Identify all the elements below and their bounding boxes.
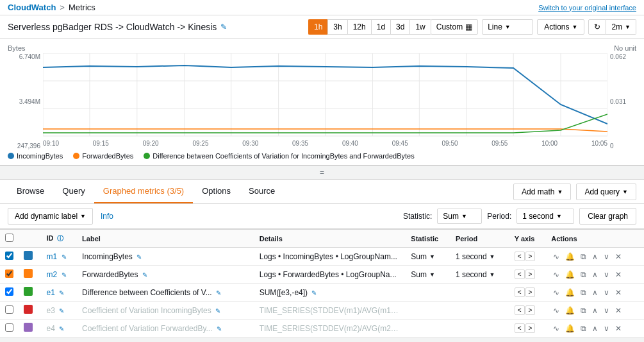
switch-interface-link[interactable]: Switch to your original interface	[538, 4, 636, 12]
row-e4-action-wave[interactable]: ∿	[551, 323, 561, 334]
row-e4-action-delete[interactable]: ✕	[613, 323, 623, 334]
time-btn-1w[interactable]: 1w	[409, 19, 430, 35]
row-e1-action-bell[interactable]: 🔔	[563, 287, 577, 298]
metrics-link[interactable]: Metrics	[69, 3, 95, 12]
period-select[interactable]: 2m ▼	[606, 19, 636, 35]
row-m1-action-up[interactable]: ∧	[590, 252, 600, 262]
th-statistic: Statistic	[406, 230, 450, 248]
add-math-button[interactable]: Add math ▼	[513, 184, 571, 200]
row-m1-action-copy[interactable]: ⧉	[579, 252, 588, 262]
row-m2-action-wave[interactable]: ∿	[551, 269, 561, 280]
row-m2-label-edit[interactable]: ✎	[142, 271, 147, 278]
row-e1-action-wave[interactable]: ∿	[551, 287, 561, 298]
row-e1-action-copy[interactable]: ⧉	[579, 287, 588, 298]
row-e1-action-delete[interactable]: ✕	[613, 287, 623, 298]
title-edit-icon[interactable]: ✎	[220, 22, 227, 31]
row-m2-stat-chevron[interactable]: ▼	[429, 271, 435, 278]
cloudwatch-link[interactable]: CloudWatch	[8, 3, 56, 12]
row-e3-action-wave[interactable]: ∿	[551, 305, 561, 316]
tab-graphed-metrics[interactable]: Graphed metrics (3/5)	[94, 180, 193, 203]
row-m2-yaxis-left[interactable]: <	[515, 269, 525, 279]
row-m2-action-up[interactable]: ∧	[590, 269, 600, 280]
row-e1-details-edit[interactable]: ✎	[311, 289, 317, 296]
row-e1-yaxis-right[interactable]: >	[525, 287, 536, 297]
tab-options[interactable]: Options	[193, 180, 240, 203]
id-info-icon[interactable]: ⓘ	[57, 235, 63, 242]
add-dynamic-label-button[interactable]: Add dynamic label ▼	[8, 208, 93, 225]
row-m1-action-wave[interactable]: ∿	[551, 252, 561, 262]
row-e4-checkbox[interactable]	[5, 323, 13, 332]
chart-axis-labels: Bytes No unit	[8, 44, 636, 52]
select-all-checkbox[interactable]	[5, 234, 13, 242]
add-query-button[interactable]: Add query ▼	[576, 184, 636, 200]
row-m1-id-edit[interactable]: ✎	[62, 253, 67, 261]
row-e4-yaxis-right[interactable]: >	[525, 323, 536, 333]
tabs: Browse Query Graphed metrics (3/5) Optio…	[8, 180, 284, 203]
time-btn-custom[interactable]: Custom ▦	[431, 19, 478, 35]
row-e4-action-up[interactable]: ∧	[590, 323, 600, 334]
actions-button[interactable]: Actions ▼	[537, 19, 584, 35]
row-e3-yaxis-right[interactable]: >	[525, 305, 536, 315]
metrics-table: ID ⓘ Label Details Statistic Period Y ax…	[0, 229, 644, 338]
statistic-select[interactable]: Sum ▼	[437, 209, 482, 224]
row-m1-action-bell[interactable]: 🔔	[563, 252, 577, 262]
row-m2-yaxis-right[interactable]: >	[525, 269, 536, 279]
row-m1-yaxis-left[interactable]: <	[515, 252, 525, 261]
chart-plot-area[interactable]: 09:10 09:15 09:20 09:25 09:30 09:35 09:4…	[43, 53, 607, 150]
period-select-button[interactable]: 1 second ▼	[516, 209, 574, 224]
row-e3-action-copy[interactable]: ⧉	[579, 305, 588, 316]
row-e1-label-edit[interactable]: ✎	[216, 289, 221, 296]
time-btn-3d[interactable]: 3d	[390, 19, 409, 35]
row-m2-id-edit[interactable]: ✎	[62, 271, 67, 278]
row-e1-yaxis-left[interactable]: <	[515, 287, 525, 297]
graph-type-select[interactable]: Line ▼	[482, 19, 533, 35]
row-e1-checkbox[interactable]	[5, 287, 13, 296]
row-e4-action-down[interactable]: ∨	[602, 323, 611, 334]
row-m2-action-bell[interactable]: 🔔	[563, 269, 577, 280]
row-m1-action-down[interactable]: ∨	[602, 252, 611, 262]
row-e3-action-down[interactable]: ∨	[602, 305, 611, 316]
tab-browse[interactable]: Browse	[8, 180, 53, 203]
row-e3-details-edit[interactable]: ✎	[400, 307, 405, 314]
row-e4-id-edit[interactable]: ✎	[59, 325, 64, 332]
row-e3-action-delete[interactable]: ✕	[613, 305, 623, 316]
row-e3-id-edit[interactable]: ✎	[59, 307, 64, 314]
tab-source[interactable]: Source	[240, 180, 284, 203]
page-title: Serverless pgBadger RDS -> CloudWatch ->…	[8, 22, 217, 32]
row-e4-action-copy[interactable]: ⧉	[579, 323, 588, 334]
clear-graph-button[interactable]: Clear graph	[579, 208, 636, 225]
row-e3-action-up[interactable]: ∧	[590, 305, 600, 316]
time-btn-12h[interactable]: 12h	[347, 19, 371, 35]
time-btn-3h[interactable]: 3h	[327, 19, 347, 35]
row-m2-action-delete[interactable]: ✕	[613, 269, 623, 280]
row-m1-checkbox[interactable]	[5, 252, 13, 260]
row-m2-period-chevron[interactable]: ▼	[490, 271, 495, 278]
row-m2-checkbox[interactable]	[5, 269, 13, 278]
info-link[interactable]: Info	[101, 212, 113, 221]
row-m2-action-down[interactable]: ∨	[602, 269, 611, 280]
row-e1-id-edit[interactable]: ✎	[59, 289, 64, 296]
row-e3-yaxis-left[interactable]: <	[515, 305, 525, 315]
row-e1-action-down[interactable]: ∨	[602, 287, 611, 298]
row-m1-yaxis-right[interactable]: >	[525, 252, 536, 261]
row-m1-label-edit[interactable]: ✎	[136, 253, 142, 261]
time-btn-1h[interactable]: 1h	[308, 19, 327, 35]
x-label-6: 09:40	[342, 140, 358, 147]
refresh-button[interactable]: ↻	[588, 19, 606, 35]
row-e3-action-bell[interactable]: 🔔	[563, 305, 577, 316]
row-e4-details-edit[interactable]: ✎	[400, 325, 405, 332]
row-e4-action-bell[interactable]: 🔔	[563, 323, 577, 334]
row-m1-period-chevron[interactable]: ▼	[490, 253, 495, 260]
time-btn-1d[interactable]: 1d	[371, 19, 390, 35]
row-m1-stat-chevron[interactable]: ▼	[429, 253, 435, 260]
row-e4-label-edit[interactable]: ✎	[217, 325, 222, 332]
chart-resize-handle[interactable]: =	[0, 166, 644, 180]
row-e3-label-edit[interactable]: ✎	[215, 307, 220, 314]
row-m1-action-delete[interactable]: ✕	[613, 252, 623, 262]
row-e3-checkbox[interactable]	[5, 305, 13, 314]
row-m2-action-copy[interactable]: ⧉	[579, 269, 588, 280]
tab-query[interactable]: Query	[53, 180, 94, 203]
row-e1-action-up[interactable]: ∧	[590, 287, 600, 298]
row-e4-yaxis-left[interactable]: <	[515, 323, 525, 333]
row-m2-statistic: Sum ▼	[406, 266, 450, 284]
